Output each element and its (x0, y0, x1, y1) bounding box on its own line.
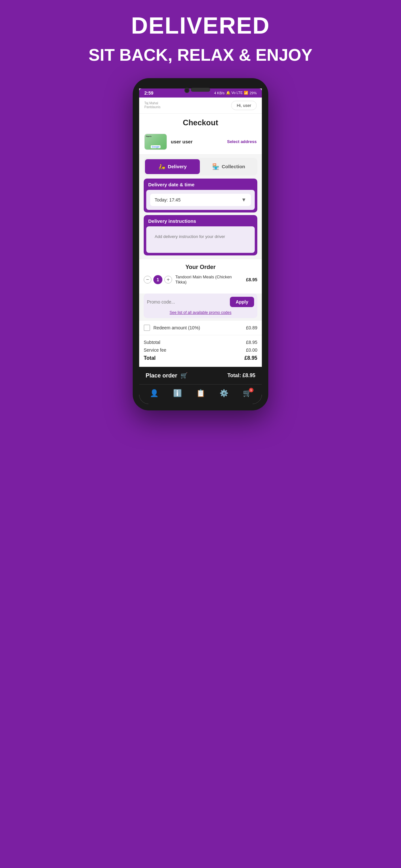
hero-section: DELIVERED SIT BACK, RELAX & ENJOY (89, 13, 312, 65)
map-thumbnail: Nigeria Google (144, 134, 167, 150)
redeem-checkbox[interactable] (144, 324, 150, 331)
select-address-link[interactable]: Select address (227, 139, 257, 144)
google-badge: Google (151, 145, 160, 148)
phone-notch (139, 85, 262, 89)
delivery-datetime-inner: Today: 17:45 ▼ (146, 190, 255, 210)
your-order-section: Your Order − 1 + Tandoori Main Meals (Ch… (139, 259, 262, 294)
promo-section: Apply See list of all available promo co… (144, 293, 257, 318)
status-time: 2:59 (144, 90, 153, 96)
collection-tab[interactable]: 🏪 Collection (201, 159, 256, 174)
info-icon: ℹ️ (173, 389, 182, 398)
qty-increase-button[interactable]: + (164, 276, 172, 283)
app-header: Taj Mahal Pantdaunis Hi, user (139, 97, 262, 114)
redeem-left: Redeem amount (10%) (144, 324, 200, 331)
status-data: 4 KB/s (214, 91, 224, 95)
qty-decrease-button[interactable]: − (144, 276, 151, 283)
nav-info[interactable]: ℹ️ (173, 389, 182, 398)
hero-subtitle: SIT BACK, RELAX & ENJOY (89, 45, 312, 65)
chevron-down-icon: ▼ (241, 197, 246, 203)
address-left: Nigeria Google user user (144, 134, 193, 150)
collection-tab-label: Collection (222, 164, 245, 169)
service-fee-value: £0.00 (246, 347, 257, 352)
status-right: 4 KB/s 🔔 Vo LTE 📶 29% (214, 91, 257, 95)
cart-icon: 🛒 (181, 372, 188, 379)
address-section: Nigeria Google user user Select address (139, 130, 262, 155)
phone-frame: 2:59 4 KB/s 🔔 Vo LTE 📶 29% Taj Mahal Pan… (133, 78, 268, 411)
delivery-datetime-title: Delivery date & time (144, 179, 257, 190)
total-value: £8.95 (244, 355, 257, 361)
delivery-tab-label: Delivery (168, 164, 187, 169)
service-fee-label: Service fee (144, 347, 166, 352)
delivery-instructions-input[interactable] (150, 230, 251, 248)
profile-icon: 👤 (150, 389, 158, 398)
subtotal-label: Subtotal (144, 340, 160, 345)
brand-name: Taj Mahal (144, 101, 160, 105)
qty-number: 1 (153, 275, 162, 284)
place-order-bar: Place order 🛒 Total: £8.95 (139, 367, 262, 384)
apply-button[interactable]: Apply (230, 297, 254, 307)
user-name: user user (171, 139, 193, 144)
subtotal-value: £8.95 (246, 340, 257, 345)
collection-icon: 🏪 (212, 163, 219, 170)
order-item: − 1 + Tandoori Main Meals (Chicken Tikka… (144, 275, 257, 285)
your-order-title: Your Order (144, 264, 257, 271)
totals-section: Subtotal £8.95 Service fee £0.00 Total £… (139, 335, 262, 367)
brand-logo: Taj Mahal Pantdaunis (144, 101, 160, 109)
redeem-amount: £0.89 (246, 325, 257, 330)
subtotal-row: Subtotal £8.95 (144, 338, 257, 346)
time-selector[interactable]: Today: 17:45 ▼ (150, 194, 251, 206)
nav-cart[interactable]: 1 🛒 (243, 389, 251, 398)
delivery-instructions-inner (146, 226, 255, 253)
nav-profile[interactable]: 👤 (150, 389, 158, 398)
delivery-instructions-card: Delivery instructions (144, 215, 257, 255)
order-item-left: − 1 + Tandoori Main Meals (Chicken Tikka… (144, 275, 234, 285)
redeem-row: Redeem amount (10%) £0.89 (139, 321, 262, 335)
nav-menu[interactable]: 📋 (196, 389, 205, 398)
phone-screen: 2:59 4 KB/s 🔔 Vo LTE 📶 29% Taj Mahal Pan… (139, 89, 262, 404)
promo-input[interactable] (147, 299, 230, 305)
service-fee-row: Service fee £0.00 (144, 346, 257, 354)
brand-sub: Pantdaunis (144, 105, 160, 109)
qty-control: − 1 + (144, 275, 172, 284)
nav-settings[interactable]: ⚙️ (220, 389, 228, 398)
place-order-total: Total: £8.95 (227, 373, 255, 378)
redeem-label: Redeem amount (10%) (153, 325, 200, 330)
place-order-button[interactable]: Place order 🛒 (146, 372, 188, 379)
cart-badge: 1 (249, 388, 253, 392)
menu-icon: 📋 (196, 389, 205, 398)
promo-link[interactable]: See list of all available promo codes (144, 309, 257, 318)
phone-camera (191, 88, 210, 92)
bottom-nav: 👤 ℹ️ 📋 ⚙️ 1 🛒 (139, 384, 262, 404)
delivery-datetime-card: Delivery date & time Today: 17:45 ▼ (144, 179, 257, 213)
total-row: Total £8.95 (144, 354, 257, 362)
checkout-title: Checkout (139, 114, 262, 130)
delivery-icon: 🛵 (158, 163, 165, 170)
settings-icon: ⚙️ (220, 389, 228, 398)
delivery-tab[interactable]: 🛵 Delivery (145, 159, 200, 174)
hero-title: DELIVERED (89, 13, 312, 38)
status-battery: 29% (250, 91, 257, 95)
item-price: £8.95 (246, 277, 257, 282)
place-order-label: Place order (146, 372, 177, 379)
hi-user-button[interactable]: Hi, user (231, 101, 257, 110)
map-label: Nigeria (146, 135, 151, 137)
total-label: Total (144, 355, 156, 361)
time-value: Today: 17:45 (155, 197, 181, 203)
delivery-instructions-title: Delivery instructions (144, 215, 257, 226)
map-inner: Nigeria Google (145, 134, 166, 150)
delivery-tabs: 🛵 Delivery 🏪 Collection (144, 158, 257, 175)
status-icons: 🔔 Vo LTE 📶 (226, 91, 248, 95)
promo-input-row: Apply (144, 293, 257, 309)
item-name: Tandoori Main Meals (Chicken Tikka) (175, 275, 234, 285)
